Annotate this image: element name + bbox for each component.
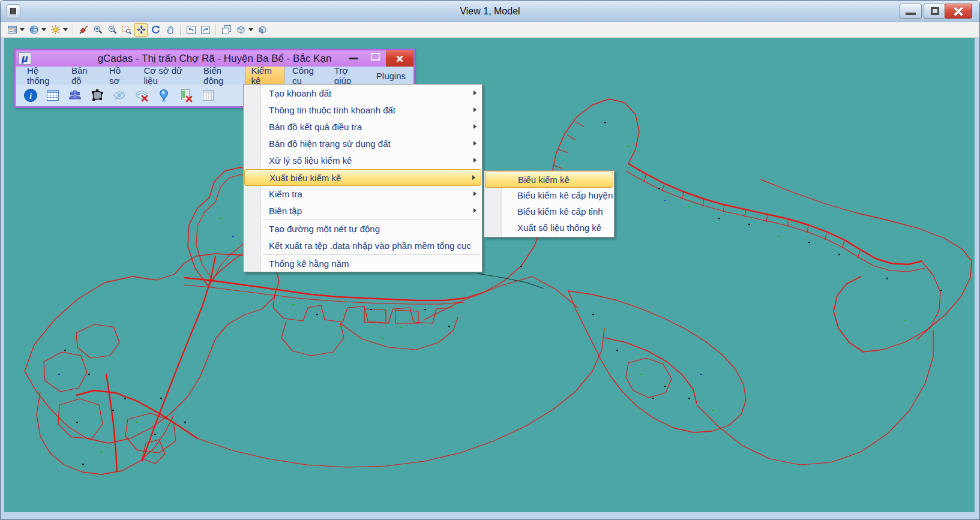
menu-item-7[interactable]: Kiểm tra (244, 186, 482, 203)
submenu-arrow-icon (473, 208, 476, 213)
display-style-icon[interactable] (27, 23, 40, 37)
menubar-item-2[interactable]: Bản đồ (65, 63, 101, 88)
submenu-item-1[interactable]: Biểu kiểm kê (485, 172, 613, 188)
dropdown-caret-icon[interactable] (248, 28, 253, 31)
menubar-item-4[interactable]: Cơ sở dữ liệu (137, 63, 196, 88)
submenu-item-2[interactable]: Biểu kiểm kê cấp huyện (484, 188, 614, 204)
gcadas-close-button[interactable] (386, 50, 413, 67)
menu-item-10[interactable]: Kết xuất ra tệp .data nhập vào phần mềm … (244, 238, 482, 254)
toolbar-separator (73, 25, 73, 35)
gcadas-titlebar[interactable]: μ gCadas - Thị trấn Chợ Rã - Huyện Ba Bể… (16, 50, 413, 67)
submenu-arrow-icon (473, 158, 476, 163)
submenu-arrow-icon (472, 175, 475, 180)
submenu-arrow-icon (473, 124, 476, 129)
update-view-icon[interactable] (77, 23, 90, 37)
view-attributes-icon[interactable] (5, 23, 19, 37)
dropdown-caret-icon[interactable] (41, 28, 46, 31)
fit-view-icon[interactable] (134, 23, 148, 37)
maximize-button[interactable] (924, 4, 946, 19)
map-viewport[interactable] (4, 38, 975, 512)
clip-mask-icon[interactable] (256, 23, 269, 37)
submenu-arrow-icon (473, 107, 476, 112)
menu-item-6[interactable]: Xuất biểu kiểm kê (244, 169, 481, 186)
menu-item-5[interactable]: Xử lý số liệu kiểm kê (244, 152, 482, 169)
toolbar-separator (180, 25, 181, 35)
columns-icon[interactable] (200, 88, 216, 103)
remove-layers-icon[interactable] (134, 88, 149, 103)
menubar-item-3[interactable]: Hồ sơ (103, 63, 136, 88)
window-area-icon[interactable] (120, 23, 133, 37)
hide-layers-icon[interactable] (112, 88, 127, 103)
menu-item-2[interactable]: Thông tin thuộc tính khoanh đất (244, 102, 482, 119)
dropdown-caret-icon[interactable] (63, 28, 68, 31)
view-toolbar (1, 22, 979, 38)
menu-item-11[interactable]: Thống kê hằng năm (244, 256, 482, 272)
view-next-icon[interactable] (199, 23, 212, 37)
users-icon[interactable] (67, 88, 83, 103)
submenu-arrow-icon (473, 191, 476, 196)
menu-item-3[interactable]: Bản đồ kết quả điều tra (244, 119, 482, 136)
menu-item-8[interactable]: Biên tập (244, 203, 482, 220)
gcadas-minimize-button[interactable] (349, 58, 358, 59)
menu-item-1[interactable]: Tạo khoanh đất (244, 85, 482, 102)
dropdown-caret-icon[interactable] (20, 28, 25, 31)
menubar-item-5[interactable]: Biến động (197, 63, 243, 88)
submenu-arrow-icon (473, 91, 476, 95)
parcel-polygon-icon[interactable] (89, 88, 105, 103)
submenu-item-4[interactable]: Xuất số liệu thống kê (484, 220, 614, 236)
application-window: View 1, Model μ gCadas - Thị trấn Chợ Rã… (0, 0, 980, 520)
main-titlebar[interactable]: View 1, Model (1, 1, 979, 22)
location-pin-icon[interactable] (156, 88, 172, 103)
close-button[interactable] (945, 4, 972, 19)
pan-view-icon[interactable] (163, 23, 176, 37)
minimize-button[interactable] (900, 4, 922, 19)
view-previous-icon[interactable] (184, 23, 197, 37)
clip-volume-icon[interactable] (234, 23, 247, 37)
submenu-item-3[interactable]: Biểu kiểm kê cấp tỉnh (484, 204, 614, 220)
attribute-table-icon[interactable] (45, 88, 61, 103)
submenu-arrow-icon (473, 141, 476, 146)
zoom-out-icon[interactable] (106, 23, 119, 37)
menu-item-9[interactable]: Tạo đường một nét tự động (244, 221, 482, 238)
toolbar-separator (215, 25, 216, 35)
copy-view-icon[interactable] (220, 23, 233, 37)
zoom-in-icon[interactable] (91, 23, 104, 37)
brightness-icon[interactable] (49, 23, 62, 37)
remove-document-icon[interactable] (178, 88, 194, 103)
cadastral-map[interactable] (4, 38, 975, 512)
xuat-bieu-submenu: Biểu kiểm kêBiểu kiểm kê cấp huyệnBiểu k… (484, 170, 615, 238)
menubar-item-1[interactable]: Hệ thống (20, 63, 64, 88)
rotate-view-icon[interactable] (149, 23, 162, 37)
info-icon[interactable]: i (23, 88, 38, 103)
gcadas-menubar: Hệ thốngBản đồHồ sơCơ sở dữ liệuBiến độn… (16, 67, 413, 85)
window-title: View 1, Model (1, 1, 979, 22)
menubar-item-9[interactable]: Plugins (370, 68, 412, 83)
gcadas-maximize-button[interactable] (371, 53, 380, 61)
menu-item-4[interactable]: Bản đồ hiện trạng sử dụng đất (244, 136, 482, 152)
kiemke-dropdown-menu: Tạo khoanh đấtThông tin thuộc tính khoan… (243, 84, 482, 272)
